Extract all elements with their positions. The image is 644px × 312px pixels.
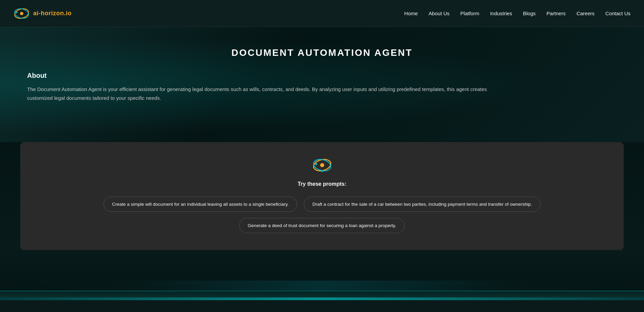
svg-point-3: [16, 12, 18, 13]
svg-point-6: [320, 163, 324, 167]
svg-point-7: [315, 163, 317, 165]
nav-partners[interactable]: Partners: [547, 10, 566, 16]
logo-text: ai-horizon.io: [33, 10, 72, 17]
hero-section: DOCUMENT AUTOMATION AGENT About The Docu…: [0, 27, 644, 142]
nav-careers[interactable]: Careers: [576, 10, 594, 16]
bottom-glow: [0, 281, 644, 291]
prompt-car-contract-button[interactable]: Draft a contract for the sale of a car b…: [304, 197, 540, 212]
nav-blogs[interactable]: Blogs: [523, 10, 536, 16]
logo-area[interactable]: ai-horizon.io: [14, 5, 72, 22]
about-heading: About: [27, 72, 617, 80]
nav-industries[interactable]: Industries: [490, 10, 512, 16]
nav-contact-us[interactable]: Contact Us: [605, 10, 630, 16]
prompts-title: Try these prompts:: [34, 181, 610, 187]
site-header: ai-horizon.io Home About Us Platform Ind…: [0, 0, 644, 27]
prompts-row-1: Create a simple will document for an ind…: [34, 197, 610, 212]
page-title: DOCUMENT AUTOMATION AGENT: [27, 47, 617, 58]
nav-home[interactable]: Home: [404, 10, 418, 16]
prompts-logo: [34, 156, 610, 174]
about-section: About The Document Automation Agent is y…: [27, 72, 617, 102]
prompts-row-2: Generate a deed of trust document for se…: [34, 218, 610, 233]
prompts-card: Try these prompts: Create a simple will …: [20, 142, 624, 250]
bottom-dark-area: [0, 250, 644, 291]
nav-platform[interactable]: Platform: [460, 10, 479, 16]
svg-point-2: [20, 12, 23, 15]
card-logo-icon: [312, 156, 332, 174]
prompt-will-button[interactable]: Create a simple will document for an ind…: [104, 197, 297, 212]
about-description: The Document Automation Agent is your ef…: [27, 85, 501, 102]
main-nav: Home About Us Platform Industries Blogs …: [404, 10, 630, 16]
prompt-deed-button[interactable]: Generate a deed of trust document for se…: [239, 218, 405, 233]
nav-about-us[interactable]: About Us: [429, 10, 450, 16]
logo-icon: [14, 5, 30, 22]
bottom-strip: [0, 291, 644, 300]
